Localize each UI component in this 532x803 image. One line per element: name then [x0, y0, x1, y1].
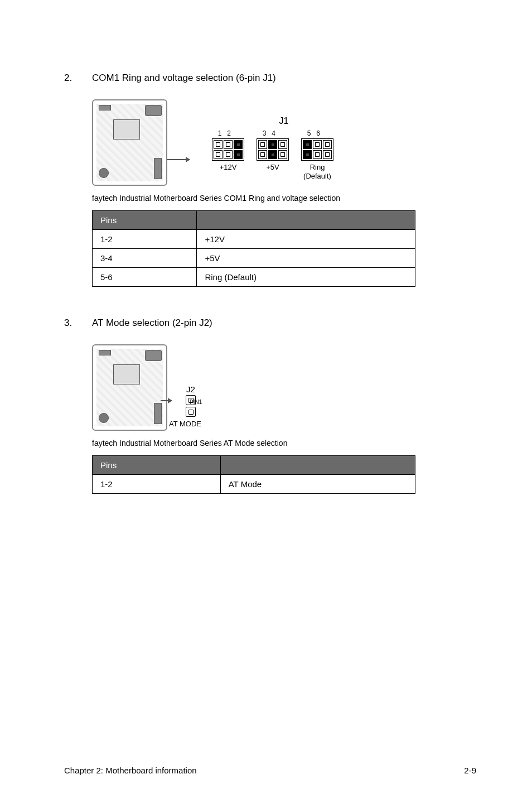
pin-num: 1	[218, 129, 222, 137]
pin-num: 6	[316, 129, 320, 137]
table-row: 5-6 Ring (Default)	[93, 268, 415, 287]
jumper-box-icon	[212, 138, 244, 161]
pin-num: 4	[272, 129, 275, 137]
table-com1: Pins 1-2 +12V 3-4 +5V 5-6 Ring (Default)	[92, 210, 415, 287]
footer-chapter: Chapter 2: Motherboard information	[64, 766, 197, 775]
jumper-group-5v: 3 4 . +5V	[257, 129, 289, 180]
table-atmode: Pins 1-2 AT Mode	[92, 455, 415, 494]
jumper-j2-area: J2 PIN1 AT MODE	[174, 384, 207, 428]
section-heading-com1: 2. COM1 Ring and voltage selection (6-pi…	[64, 73, 476, 84]
table-cell-pins: 5-6	[93, 268, 197, 287]
footer-page-number: 2-9	[464, 766, 476, 775]
table-row: 1-2 +12V	[93, 230, 415, 249]
figure-caption-com1: faytech Industrial Motherboard Series CO…	[92, 194, 476, 203]
com1-diagram: J1 1 2 . +12V 3 4 .	[92, 99, 476, 186]
table-cell-pins: 1-2	[93, 230, 197, 249]
table-cell-pins: 1-2	[93, 475, 221, 494]
atmode-diagram: J2 PIN1 AT MODE	[92, 344, 476, 431]
table-header-pins: Pins	[93, 456, 221, 475]
table-row: 1-2 AT Mode	[93, 475, 415, 494]
figure-caption-atmode: faytech Industrial Motherboard Series AT…	[92, 439, 476, 448]
jumper-label-line2: (Default)	[303, 172, 331, 180]
table-cell-value: Ring (Default)	[197, 268, 415, 287]
jumper-group-12v: 1 2 . +12V	[212, 129, 244, 180]
jumper-j1-title: J1	[234, 116, 333, 126]
pin-num: 2	[227, 129, 231, 137]
pin-num: 5	[307, 129, 311, 137]
table-cell-pins: 3-4	[93, 249, 197, 268]
jumper-box-icon	[301, 138, 333, 161]
motherboard-icon	[92, 99, 167, 186]
jumper-j2-title: J2	[174, 384, 207, 394]
jumper-label: +12V	[212, 163, 244, 172]
table-header-blank	[220, 456, 415, 475]
pin-num: 3	[263, 129, 267, 137]
table-cell-value: AT Mode	[220, 475, 415, 494]
jumper-group-ring: 5 6 . Ring (Default)	[301, 129, 333, 180]
section-number: 2.	[64, 73, 92, 84]
page-footer: Chapter 2: Motherboard information 2-9	[64, 766, 476, 775]
jumper-j1-area: J1 1 2 . +12V 3 4 .	[212, 99, 333, 180]
section-heading-atmode: 3. AT Mode selection (2-pin J2)	[64, 318, 476, 329]
table-cell-value: +12V	[197, 230, 415, 249]
section-title: AT Mode selection (2-pin J2)	[92, 318, 212, 329]
section-title: COM1 Ring and voltage selection (6-pin J…	[92, 73, 276, 84]
section-number: 3.	[64, 318, 92, 329]
jumper-label-line1: Ring	[310, 163, 325, 171]
jumper-label: +5V	[257, 163, 289, 172]
jumper-box-icon	[257, 138, 289, 161]
table-cell-value: +5V	[197, 249, 415, 268]
table-row: 3-4 +5V	[93, 249, 415, 268]
at-mode-label: AT MODE	[163, 420, 207, 428]
arrow-icon	[167, 159, 190, 160]
table-header-pins: Pins	[93, 211, 197, 230]
jumper-label: Ring (Default)	[301, 163, 333, 180]
table-header-blank	[197, 211, 415, 230]
motherboard-icon	[92, 344, 167, 431]
jumper-box-icon	[186, 395, 196, 417]
